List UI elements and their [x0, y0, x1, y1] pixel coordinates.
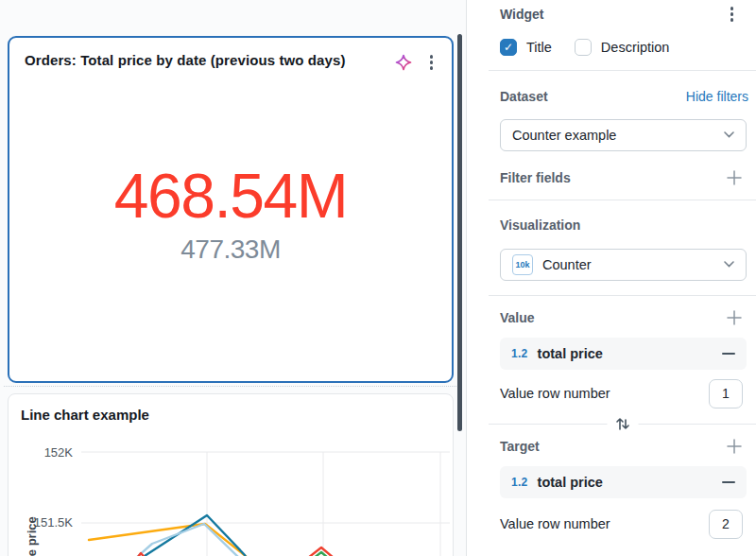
widget-settings-panel: Widget ✓ Title ✓ Description Dataset Hid… [468, 0, 756, 556]
counter-value: 468.54M [114, 164, 347, 229]
value-field-name: total price [538, 346, 722, 361]
description-checkbox[interactable]: ✓ [575, 39, 592, 56]
target-row-number-input[interactable] [709, 510, 743, 539]
filter-fields-label: Filter fields [500, 170, 571, 185]
panel-title: Widget [500, 7, 544, 22]
y-axis-label: Average price [25, 516, 39, 556]
counter-widget-header: Orders: Total price by date (previous tw… [9, 38, 452, 72]
value-section-label: Value [500, 310, 535, 325]
sparkle-ai-icon[interactable] [394, 53, 413, 72]
counter-widget-title: Orders: Total price by date (previous tw… [25, 52, 346, 68]
remove-target-field-icon[interactable] [722, 477, 735, 488]
remove-value-field-icon[interactable] [722, 348, 735, 359]
counter-target-value: 477.33M [180, 235, 280, 265]
panel-kebab-menu-icon[interactable] [727, 5, 738, 24]
swap-value-target-icon[interactable] [607, 416, 638, 435]
value-row-number-input[interactable] [709, 379, 743, 408]
divider [489, 70, 756, 71]
dataset-section-label: Dataset [500, 89, 548, 104]
title-checkbox-label: Title [526, 40, 552, 55]
chevron-down-icon [724, 261, 734, 268]
widget-kebab-menu-icon[interactable] [426, 53, 438, 72]
counter-widget-card[interactable]: Orders: Total price by date (previous tw… [8, 36, 454, 383]
title-checkbox[interactable]: ✓ [500, 39, 517, 56]
numeric-type-icon: 1.2 [511, 347, 528, 360]
value-row-number-label: Value row number [500, 386, 610, 401]
divider [489, 200, 756, 200]
canvas-scrollbar[interactable] [457, 34, 462, 431]
counter-viz-icon: 10k [512, 254, 533, 275]
value-field-row[interactable]: 1.2 total price [500, 338, 747, 370]
y-axis-tick-151-5k: 151.5K [14, 515, 73, 530]
add-filter-field-icon[interactable] [726, 169, 743, 186]
add-target-field-icon[interactable] [726, 438, 743, 455]
target-section-label: Target [500, 439, 540, 454]
dataset-select[interactable]: Counter example [500, 119, 747, 151]
chevron-down-icon [724, 131, 734, 138]
check-icon: ✓ [504, 42, 513, 53]
add-value-field-icon[interactable] [726, 309, 743, 326]
divider [489, 295, 756, 296]
hide-filters-link[interactable]: Hide filters [686, 89, 748, 104]
line-chart-title: Line chart example [9, 394, 453, 423]
target-row-number-label: Value row number [500, 516, 610, 531]
numeric-type-icon: 1.2 [511, 476, 528, 489]
y-axis-tick-152k: 152K [14, 445, 73, 460]
dataset-selected-value: Counter example [512, 128, 724, 143]
visualization-select[interactable]: 10k Counter [500, 249, 747, 281]
visualization-section-label: Visualization [500, 217, 580, 233]
target-field-row[interactable]: 1.2 total price [500, 466, 747, 498]
dashboard-grid-dotted-line [4, 386, 456, 387]
target-field-name: total price [538, 475, 722, 490]
counter-visualization: 468.54M 477.33M [9, 72, 452, 381]
description-checkbox-label: Description [601, 40, 670, 55]
line-chart-widget-card[interactable]: Line chart example 152K 151.5K Average p… [8, 393, 454, 556]
dashboard-canvas: Orders: Total price by date (previous tw… [0, 0, 467, 556]
visualization-selected-value: Counter [542, 257, 724, 272]
divider [489, 424, 756, 425]
